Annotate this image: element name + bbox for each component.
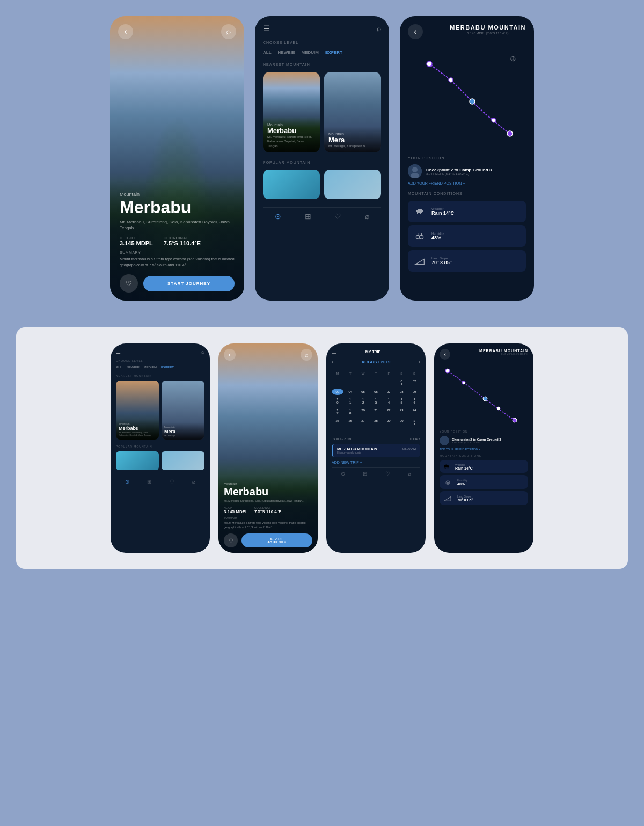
cal-cell-8[interactable]: 08 <box>396 389 407 395</box>
cal-cell-2[interactable]: 02 <box>408 378 420 388</box>
mountain-card-1[interactable]: Mountain Merbabu Mt. Merbabu, Suroteleng… <box>263 72 320 152</box>
small-popular-cards <box>116 451 204 470</box>
cal-cell-24[interactable]: 24 <box>408 407 420 416</box>
s3-nav-profile[interactable]: ⌀ <box>408 471 411 477</box>
cal-cell-22[interactable]: 22 <box>383 407 394 416</box>
small-s4-back[interactable]: ‹ <box>440 349 450 360</box>
small-tab-medium[interactable]: MEDUIM <box>144 366 157 369</box>
small-s4-conditions-label: MOUNTAIN CONDITIONS <box>440 454 528 457</box>
cal-cell-13[interactable]: 13 <box>370 396 382 406</box>
level-tab-newbie[interactable]: NEWBIE <box>278 50 295 55</box>
small-screen-2-phone: ‹ ⌕ Mountain Merbabu Mt. Merbabu, Surote… <box>218 343 318 553</box>
small-card-2[interactable]: Mountain Mera Mt. Merage... <box>162 381 204 440</box>
s3-nav-explore[interactable]: ⊙ <box>341 471 345 477</box>
cal-cell-16[interactable]: 16 <box>408 396 420 406</box>
cal-cell-11[interactable]: 11 <box>345 396 356 406</box>
cal-cell-21[interactable]: 21 <box>370 407 382 416</box>
svg-marker-19 <box>444 496 451 501</box>
small-heart-btn[interactable]: ♡ <box>224 533 238 547</box>
small-nav-profile[interactable]: ⌀ <box>192 479 195 485</box>
height-label: HEIGHT <box>120 236 153 240</box>
trip-card[interactable]: MERBABU MOUNTAIN 08.00 AM Hiking via sel… <box>332 444 420 457</box>
cal-cell-6[interactable]: 06 <box>370 389 382 395</box>
popular-card-2[interactable] <box>324 170 381 199</box>
nav-heart-icon[interactable]: ♡ <box>334 212 341 221</box>
search-button[interactable]: ⌕ <box>221 24 236 39</box>
small-tab-expert[interactable]: EXPERT <box>161 366 174 369</box>
cal-cell-25[interactable]: 25 <box>332 418 343 427</box>
level-tab-all[interactable]: ALL <box>263 50 272 55</box>
svg-marker-13 <box>415 259 425 265</box>
small-s4-title-area: MERBABU MOUNTAIN 3.145 MDPL (7.0°S 110.4… <box>479 349 528 355</box>
small-card-1[interactable]: Mountain Merbabu Mt. Merbabu, Suroteleng… <box>116 381 159 440</box>
small-nav-grid[interactable]: ⊞ <box>147 479 151 485</box>
add-trip-button[interactable]: ADD NEW TRIP + <box>332 460 420 464</box>
menu-button[interactable]: ☰ <box>263 24 270 33</box>
add-friend-button[interactable]: ADD YOUR FRIEND POSITION + <box>408 181 526 185</box>
cal-cell-3[interactable]: 03 <box>332 389 343 395</box>
cal-cell-5[interactable]: 05 <box>357 389 369 395</box>
cal-cell-31[interactable]: 31 <box>408 418 420 427</box>
mountain-card-2[interactable]: Mountain Mera Mt. Merage, Kabupaten B... <box>324 72 381 152</box>
small-s4-slope: Land Slope 70° × 85° <box>440 491 528 505</box>
nav-profile-icon[interactable]: ⌀ <box>365 212 369 221</box>
cal-header-row: M T W T F S S <box>332 370 420 377</box>
cal-cell-12[interactable]: 12 <box>357 396 369 406</box>
small-tab-newbie[interactable]: NEWBIE <box>127 366 140 369</box>
small-s2-back[interactable]: ‹ <box>224 349 236 361</box>
cal-h-fri: F <box>383 370 394 377</box>
action-buttons: ♡ START JOURNEY <box>120 274 235 293</box>
cal-prev-button[interactable]: ‹ <box>332 359 333 365</box>
small-nav-heart[interactable]: ♡ <box>170 479 174 485</box>
cal-h-wed: W <box>357 370 369 377</box>
summary-section: SUMMARY Mount Merbabu is a Strato type v… <box>120 251 235 268</box>
cal-cell-18[interactable]: 18 <box>345 407 356 416</box>
small-nav-explore[interactable]: ⊙ <box>125 479 129 485</box>
cal-cell-1[interactable]: 01 <box>396 378 407 388</box>
cal-cell-29[interactable]: 29 <box>383 418 394 427</box>
map-mountain-title: MERBABU MOUNTAIN <box>450 24 526 31</box>
small-search-icon[interactable]: ⌕ <box>201 349 204 355</box>
s3-nav-heart[interactable]: ♡ <box>385 471 390 477</box>
small-s2-search[interactable]: ⌕ <box>301 349 312 361</box>
back-button[interactable]: ‹ <box>118 24 133 39</box>
cal-cell-14[interactable]: 14 <box>383 396 394 406</box>
slope-card: Land Slope 70° × 85° <box>408 250 526 272</box>
cal-cell-27[interactable]: 27 <box>357 418 369 427</box>
nav-grid-icon[interactable]: ⊞ <box>305 212 311 221</box>
cal-cell-10[interactable]: 10 <box>332 396 343 406</box>
small-start-btn[interactable]: STARTJOURNEY <box>241 533 312 547</box>
small-tab-all[interactable]: ALL <box>116 366 122 369</box>
small-s2-nav: ‹ ⌕ <box>224 349 312 361</box>
cal-next-button[interactable]: › <box>419 359 420 365</box>
heart-button[interactable]: ♡ <box>120 274 138 293</box>
start-journey-button[interactable]: START JOURNEY <box>143 276 235 291</box>
top-section: ‹ ⌕ Mountain Merbabu Mt. Merbabu, Surote… <box>16 16 628 301</box>
level-tab-meduim[interactable]: MEDUIM <box>302 50 319 55</box>
cal-cell-26[interactable]: 26 <box>345 418 356 427</box>
small-popular-2[interactable] <box>162 451 204 470</box>
nav-explore-icon[interactable]: ⊙ <box>275 212 281 221</box>
small-menu-icon[interactable]: ☰ <box>116 349 121 355</box>
back-button[interactable]: ‹ <box>408 24 423 39</box>
cal-cell-4[interactable]: 04 <box>345 389 356 395</box>
screen-2-content: ☰ ⌕ CHOOSE LEVEL ALL NEWBIE MEDUIM EXPER… <box>255 16 389 301</box>
card-2-name: Mera <box>328 136 377 144</box>
small-s4-add-friend[interactable]: ADD YOUR FRIEND POSITION + <box>440 448 528 451</box>
small-popular-1[interactable] <box>116 451 159 470</box>
cal-cell-9[interactable]: 09 <box>408 389 420 395</box>
cal-cell-15[interactable]: 15 <box>396 396 407 406</box>
s3-nav-grid[interactable]: ⊞ <box>363 471 367 477</box>
level-tab-expert[interactable]: EXPERT <box>325 50 342 55</box>
checkpoint-title: Checkpoint 2 to Camp Ground 3 <box>426 167 492 172</box>
cal-cell-23[interactable]: 23 <box>396 407 407 416</box>
small-s2-stats: HEIGHT 3.145 MDPL COORDINAT 7.5°S 110.4°… <box>224 506 312 514</box>
cal-cell-17[interactable]: 17 <box>332 407 343 416</box>
cal-cell-20[interactable]: 20 <box>357 407 369 416</box>
cal-cell-7[interactable]: 07 <box>383 389 394 395</box>
cal-cell-28[interactable]: 28 <box>370 418 382 427</box>
cal-cell-30[interactable]: 30 <box>396 418 407 427</box>
popular-card-1[interactable] <box>263 170 320 199</box>
search-button[interactable]: ⌕ <box>377 24 381 33</box>
small-s3-menu[interactable]: ☰ <box>332 349 336 355</box>
